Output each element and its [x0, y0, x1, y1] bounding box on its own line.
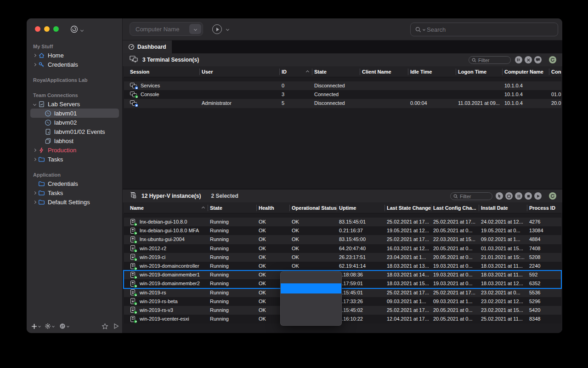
computer-name-dropdown-button[interactable]: [189, 24, 201, 34]
minimize-window-button[interactable]: [44, 26, 50, 32]
column-header-health[interactable]: Health: [256, 202, 289, 213]
sidebar-item-labvm02[interactable]: labvm02: [30, 118, 119, 127]
connect-instance-button[interactable]: [496, 192, 503, 200]
column-header-id[interactable]: ID: [279, 66, 312, 77]
vm-icon: [130, 236, 136, 243]
sidebar-item-labvm01[interactable]: labvm01: [30, 109, 119, 118]
hyperv-instance-row[interactable]: win-2019-domainmember1 Running OK OK 2.1…: [124, 270, 561, 279]
refresh-button[interactable]: [549, 56, 556, 63]
column-header-operational-status[interactable]: Operational Status: [289, 202, 337, 213]
column-header-user[interactable]: User: [199, 66, 279, 77]
chevron-right-icon[interactable]: [33, 157, 36, 161]
column-header-state[interactable]: State: [312, 66, 360, 77]
hyperv-instance-row[interactable]: win-2019-rs-v3 Running OK OK 3.15:45:02 …: [124, 306, 561, 315]
tab-dashboard[interactable]: Dashboard: [123, 40, 172, 53]
shutdown-button[interactable]: [505, 192, 513, 200]
chevron-right-icon[interactable]: [33, 53, 36, 57]
hyperv-instance-row[interactable]: win-2019-vcenter-esxi Running OK OK 7.16…: [124, 315, 561, 323]
terminal-filter-input[interactable]: [478, 58, 510, 63]
sidebar-item-tasks[interactable]: Tasks: [27, 155, 122, 164]
chevron-down-icon[interactable]: [423, 28, 425, 31]
sidebar-item-default-settings[interactable]: Default Settings: [27, 197, 122, 207]
hyperv-instance-row[interactable]: lnx-ubuntu-gui-2004 Running OK OK 83.15:…: [124, 235, 561, 244]
sidebar-item-lab-servers[interactable]: Lab Servers: [27, 99, 122, 109]
disconnect-session-button[interactable]: [525, 56, 532, 63]
terminal-filter-field[interactable]: [469, 56, 511, 64]
column-header-logon-time[interactable]: Logon Time: [456, 66, 502, 77]
chevron-right-icon[interactable]: [33, 148, 36, 151]
column-header-session[interactable]: Session: [124, 66, 199, 77]
send-message-button[interactable]: [534, 56, 542, 63]
chevron-down-icon[interactable]: [226, 28, 229, 31]
sidebar: My Stuff Home Credentials RoyalApplicati…: [27, 18, 123, 333]
connect-button[interactable]: [113, 323, 119, 329]
dashboard-icon: [128, 44, 135, 50]
sidebar-item-labhost[interactable]: labhost: [30, 136, 119, 145]
logoff-session-button[interactable]: [515, 56, 522, 63]
session-state-badge: [135, 104, 138, 107]
context-menu-item[interactable]: [281, 273, 341, 283]
sidebar-item-labvm-events[interactable]: labvm01/02 Events: [30, 127, 119, 136]
column-header-client-name[interactable]: Client Name: [360, 66, 408, 77]
sidebar-section-application: Application Credentials Tasks: [27, 171, 122, 207]
vm-state-badge: [134, 267, 137, 270]
sort-options-button[interactable]: [59, 323, 69, 329]
chevron-down-icon[interactable]: [33, 102, 36, 105]
sidebar-item-home[interactable]: Home: [27, 51, 122, 60]
favorites-button[interactable]: [102, 323, 108, 330]
stop-button[interactable]: [525, 192, 532, 200]
vm-state-badge: [134, 223, 137, 226]
hyperv-instance-row[interactable]: win-2019-rs Running OK OK 3.15:45:01 25.…: [124, 288, 561, 297]
context-menu-item[interactable]: [281, 314, 341, 324]
column-header-name[interactable]: Name: [124, 202, 208, 213]
hyperv-instance-row[interactable]: win-2019-ci Running OK OK 26.23:17:51 23…: [124, 253, 561, 262]
sidebar-item-app-tasks[interactable]: Tasks: [27, 188, 122, 197]
column-header-process-id[interactable]: Process ID: [527, 202, 561, 213]
terminal-session-row[interactable]: Administrator 5 Disconnected 0.00:04 11.…: [124, 99, 561, 108]
search-field[interactable]: [410, 23, 558, 36]
connection-action-button[interactable]: [70, 25, 83, 35]
top-toolbar: [123, 18, 562, 40]
selected-count: 2 Selected: [211, 193, 238, 199]
sidebar-item-app-credentials[interactable]: Credentials: [27, 179, 122, 188]
column-header-computer-name[interactable]: Computer Name: [502, 66, 549, 77]
hyperv-filter-input[interactable]: [460, 194, 492, 199]
chevron-right-icon[interactable]: [33, 200, 36, 203]
hyperv-instance-row[interactable]: win-2019-domainmember2 Running OK OK 2.1…: [124, 279, 561, 288]
column-header-state[interactable]: State: [208, 202, 256, 213]
hyperv-instance-row[interactable]: lnx-debian-gui-10.8.0 Running OK OK 83.1…: [124, 218, 561, 226]
hyperv-instance-row[interactable]: win-2019-rs-beta Running OK OK 1.17:33:2…: [124, 297, 561, 306]
start-button[interactable]: [534, 192, 542, 200]
hyperv-instance-row[interactable]: lnx-debian-gui-10.8.0 MFA Running OK OK …: [124, 226, 561, 235]
hyperv-instance-row[interactable]: win-2012-r2 Running OK OK 64.20:47:40 16…: [124, 244, 561, 253]
column-header-uptime[interactable]: Uptime: [337, 202, 384, 213]
sidebar-item-credentials[interactable]: Credentials: [27, 60, 122, 69]
hyperv-instance-row[interactable]: win-2019-domaincontroller Running OK OK …: [124, 262, 561, 270]
computer-name-field[interactable]: [130, 22, 203, 36]
column-header-last-config-change[interactable]: Last Config Cha...: [431, 202, 479, 213]
column-header-idle-time[interactable]: Idle Time: [408, 66, 456, 77]
column-header-install-date[interactable]: Install Date: [479, 202, 527, 213]
column-header-conn[interactable]: Conn: [549, 66, 561, 77]
sidebar-footer: [27, 319, 122, 333]
settings-button[interactable]: [45, 323, 54, 329]
chevron-right-icon[interactable]: [33, 63, 36, 66]
zoom-window-button[interactable]: [53, 26, 59, 32]
hyperv-filter-field[interactable]: [450, 192, 492, 200]
refresh-button[interactable]: [549, 192, 556, 200]
add-button[interactable]: [31, 323, 40, 329]
context-menu-item[interactable]: [281, 293, 341, 304]
terminal-session-row[interactable]: Console 3 Connected 10.1.0.4 01.03: [124, 90, 561, 99]
context-menu-item[interactable]: [281, 304, 341, 314]
search-input[interactable]: [427, 26, 558, 33]
chevron-right-icon[interactable]: [33, 191, 36, 194]
terminal-session-row[interactable]: Services 0 Disconnected 10.1.0.4: [124, 81, 561, 90]
terminal-table-header: Session User ID State Client Name Idle T…: [124, 66, 561, 77]
sidebar-item-production[interactable]: Production: [27, 145, 122, 155]
terminal-sessions-icon: [130, 56, 138, 64]
context-menu-item[interactable]: [281, 283, 341, 293]
connect-play-button[interactable]: [212, 24, 222, 34]
pause-button[interactable]: [515, 192, 522, 200]
column-header-last-state-change[interactable]: Last State Change: [384, 202, 431, 213]
close-window-button[interactable]: [35, 26, 40, 32]
